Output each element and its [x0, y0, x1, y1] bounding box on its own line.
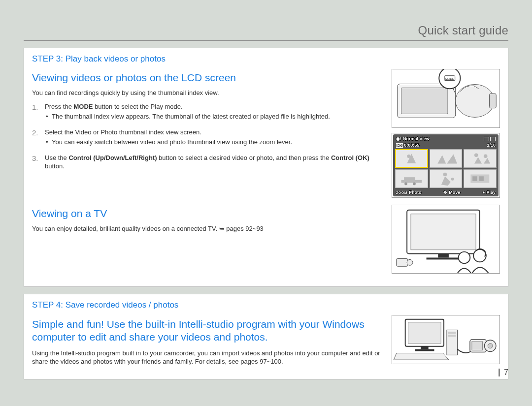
step3-section2-body: You can enjoy detailed, brilliant qualit… — [32, 224, 385, 233]
svg-rect-11 — [404, 177, 415, 181]
step4-heading: Simple and fun! Use the built-in Intelli… — [32, 318, 385, 344]
page-content: Quick start guide STEP 3: Play back vide… — [24, 24, 508, 394]
step3-section2-heading: Viewing on a TV — [32, 208, 385, 219]
step4-body: Using the Intelli-studio program built i… — [32, 349, 385, 366]
step3-title: STEP 3: Play back videos or photos — [32, 54, 500, 64]
screen-mode-label: Normal View — [403, 136, 430, 141]
tv-viewing-illustration — [392, 205, 500, 274]
svg-point-37 — [488, 344, 493, 348]
hd-icon: HD — [396, 143, 403, 148]
step3-section1-images: MODE ◉! Normal View — [392, 69, 500, 203]
svg-rect-1 — [401, 88, 448, 114]
thumbnail — [464, 149, 497, 168]
step3-instruction-list: Press the MODE button to select the Play… — [32, 102, 385, 171]
step4-card: STEP 4: Save recorded videos / photos Si… — [24, 294, 508, 379]
svg-point-25 — [459, 252, 470, 264]
svg-point-7 — [407, 155, 410, 158]
svg-point-13 — [413, 183, 416, 186]
step3-section2-text: Viewing on a TV You can enjoy detailed, … — [32, 205, 385, 279]
mode-button-label: MODE — [445, 77, 454, 80]
thumbnail-grid — [395, 149, 497, 188]
lcd-thumbnail-screen: ◉! Normal View HD 0:00:55 — [392, 133, 500, 198]
dot-icon: ● — [482, 190, 485, 195]
svg-rect-17 — [472, 176, 477, 181]
screen-counter: 1/10 — [487, 143, 496, 148]
step3-section1-heading: Viewing videos or photos on the LCD scre… — [32, 72, 385, 84]
thumbnail-selected — [395, 149, 428, 168]
svg-rect-20 — [411, 214, 476, 250]
thumbnail — [464, 169, 497, 188]
step4-row: Simple and fun! Use the built-in Intelli… — [32, 315, 500, 371]
page-number: 7 — [499, 369, 508, 376]
alert-icon: ◉! — [396, 136, 401, 141]
page-header: Quick start guide — [24, 24, 508, 41]
thumbnail — [430, 149, 463, 168]
zoom-label: ZOOM — [396, 191, 407, 194]
step3-section1-row: Viewing videos or photos on the LCD scre… — [32, 69, 500, 203]
svg-rect-18 — [479, 176, 484, 181]
svg-point-9 — [484, 154, 488, 158]
svg-rect-30 — [415, 349, 434, 351]
svg-rect-23 — [396, 258, 408, 266]
svg-point-15 — [451, 178, 454, 181]
svg-point-14 — [443, 173, 447, 177]
svg-point-2 — [456, 84, 495, 117]
svg-rect-22 — [427, 257, 461, 259]
step4-text: Simple and fun! Use the built-in Intelli… — [32, 315, 385, 371]
pc-icon — [392, 315, 499, 364]
pc-transfer-illustration — [392, 315, 500, 364]
svg-point-8 — [474, 154, 478, 157]
camcorder-icon: MODE — [392, 69, 499, 127]
camcorder-mode-illustration: MODE — [392, 69, 500, 128]
svg-point-12 — [404, 183, 407, 186]
list-item: Use the Control (Up/Down/Left/Right) but… — [32, 154, 385, 171]
svg-rect-29 — [421, 346, 429, 349]
step3-section2-row: Viewing on a TV You can enjoy detailed, … — [32, 205, 500, 279]
screen-bot-photo: Photo — [409, 190, 422, 195]
battery-icon — [490, 137, 496, 141]
thumbnail — [430, 169, 463, 188]
card-icon — [484, 137, 489, 141]
step3-section1-text: Viewing videos or photos on the LCD scre… — [32, 69, 385, 203]
arrow-icon: ➥ — [219, 225, 225, 232]
list-bullet: You can easily switch between video and … — [45, 138, 385, 147]
tv-icon — [392, 205, 499, 273]
screen-bot-play: Play — [486, 190, 496, 195]
step3-section1-intro: You can find recordings quickly by using… — [32, 89, 385, 97]
dpad-icon: ✥ — [443, 190, 447, 195]
step3-section2-image — [392, 205, 500, 279]
svg-rect-35 — [472, 342, 483, 350]
step3-card: STEP 3: Play back videos or photos Viewi… — [24, 48, 508, 287]
screen-time: 0:00:55 — [404, 143, 419, 148]
svg-point-26 — [473, 250, 486, 262]
page-title: Quick start guide — [418, 24, 508, 37]
list-item: Press the MODE button to select the Play… — [32, 102, 385, 121]
svg-rect-3 — [490, 94, 497, 108]
step4-image — [392, 315, 500, 371]
list-item: Select the Video or Photo thumbnail inde… — [32, 128, 385, 147]
screen-bot-move: Move — [449, 190, 460, 195]
svg-point-24 — [407, 259, 413, 265]
svg-rect-32 — [448, 332, 456, 334]
thumbnail — [395, 169, 428, 188]
svg-rect-21 — [438, 254, 449, 258]
list-bullet: The thumbnail index view appears. The th… — [45, 112, 385, 121]
svg-rect-28 — [408, 322, 441, 344]
svg-rect-33 — [448, 335, 456, 337]
step4-title: STEP 4: Save recorded videos / photos — [32, 300, 500, 310]
